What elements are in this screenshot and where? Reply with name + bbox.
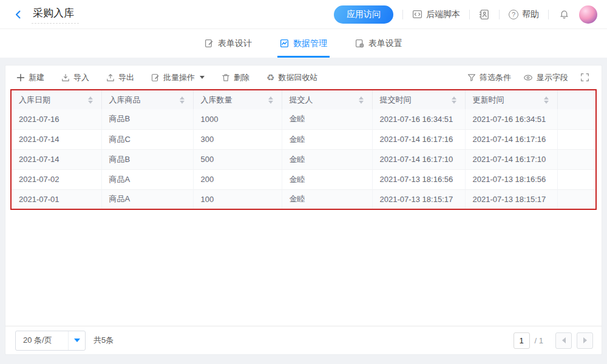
code-icon [412, 9, 422, 19]
table-cell-empty [557, 129, 596, 149]
filter-label: 筛选条件 [480, 72, 511, 83]
table-cell[interactable]: 金睦 [282, 169, 372, 189]
table-cell[interactable]: 2021-07-16 16:34:51 [465, 109, 557, 129]
table-cell[interactable]: 2021-07-13 18:15:17 [372, 189, 465, 209]
table-cell[interactable]: 2021-07-14 [11, 129, 101, 149]
sort-icon[interactable] [450, 95, 458, 105]
table-row[interactable]: 2021-07-02商品A200金睦2021-07-13 18:16:56202… [11, 169, 596, 189]
table-cell[interactable]: 300 [193, 129, 282, 149]
table-cell[interactable]: 商品B [101, 109, 193, 129]
table-cell-empty [557, 109, 596, 129]
table-cell[interactable]: 商品B [101, 149, 193, 169]
sort-icon[interactable] [267, 95, 274, 105]
total-pages: / 1 [535, 336, 543, 345]
form-settings-icon [355, 39, 364, 48]
table-cell[interactable]: 2021-07-14 16:17:10 [465, 149, 557, 169]
table-cell[interactable]: 2021-07-16 16:34:51 [372, 109, 465, 129]
table-cell[interactable]: 200 [193, 169, 282, 189]
notifications-button[interactable] [559, 9, 569, 19]
page-size-select[interactable]: 20 条/页 [15, 331, 86, 351]
table-row[interactable]: 2021-07-14商品B500金睦2021-07-14 16:17:10202… [11, 149, 596, 169]
divider [548, 10, 549, 19]
table-cell[interactable]: 商品C [101, 129, 193, 149]
data-table: 入库日期 入库商品 入库数量 提交人 提交时间 更新时间 2021-07-16商… [10, 89, 597, 210]
contacts-button[interactable] [479, 9, 490, 20]
plus-icon [16, 73, 25, 82]
import-button[interactable]: 导入 [61, 72, 89, 83]
export-button[interactable]: 导出 [106, 72, 134, 83]
table-cell[interactable]: 500 [193, 149, 282, 169]
pagination-bar: 20 条/页 共5条 1 / 1 [5, 326, 602, 354]
table-cell[interactable]: 2021-07-13 18:16:56 [465, 169, 557, 189]
recycle-bin-button[interactable]: ♻ 数据回收站 [266, 72, 317, 83]
table-cell[interactable]: 2021-07-13 18:16:56 [372, 169, 465, 189]
sort-icon[interactable] [358, 95, 365, 105]
app-access-button[interactable]: 应用访问 [334, 5, 393, 24]
page-title[interactable]: 采购入库 [32, 5, 79, 24]
table-row[interactable]: 2021-07-14商品C300金睦2021-07-14 16:17:16202… [11, 129, 596, 149]
table-cell[interactable]: 商品A [101, 189, 193, 209]
column-label: 入库数量 [201, 95, 232, 106]
question-icon: ? [509, 10, 518, 19]
column-label: 提交时间 [380, 95, 412, 106]
current-page-input[interactable]: 1 [514, 332, 530, 349]
table-row[interactable]: 2021-07-01商品A100金睦2021-07-13 18:15:17202… [11, 189, 596, 209]
chevron-right-icon [583, 337, 587, 343]
help-label: 帮助 [522, 9, 539, 20]
new-record-button[interactable]: 新建 [16, 72, 44, 83]
table-cell[interactable]: 2021-07-14 16:17:16 [465, 129, 557, 149]
chevron-down-icon [74, 339, 80, 342]
chevron-left-icon [13, 9, 24, 20]
table-cell[interactable]: 金睦 [282, 149, 372, 169]
table-cell[interactable]: 2021-07-14 [11, 149, 101, 169]
back-button[interactable] [11, 7, 25, 22]
delete-button[interactable]: 删除 [222, 72, 249, 83]
table-cell[interactable]: 100 [193, 189, 282, 209]
table-cell[interactable]: 2021-07-14 16:17:16 [372, 129, 465, 149]
column-header-inbound-date[interactable]: 入库日期 [11, 90, 101, 109]
tab-form-design[interactable]: 表单设计 [205, 29, 252, 58]
sort-icon[interactable] [87, 95, 94, 105]
display-fields-button[interactable]: 显示字段 [523, 72, 568, 83]
batch-operations-button[interactable]: 批量操作 [151, 72, 205, 83]
table-cell[interactable]: 2021-07-13 18:15:17 [465, 189, 557, 209]
trash-icon [222, 73, 230, 82]
column-header-submitter[interactable]: 提交人 [282, 90, 372, 109]
table-cell[interactable]: 1000 [193, 109, 282, 129]
user-avatar[interactable] [579, 5, 597, 24]
sort-icon[interactable] [543, 95, 550, 105]
column-label: 更新时间 [473, 95, 504, 106]
fields-label: 显示字段 [537, 72, 568, 83]
divider [402, 10, 403, 19]
column-header-update-time[interactable]: 更新时间 [465, 90, 557, 109]
funnel-icon [467, 73, 476, 82]
import-label: 导入 [73, 72, 89, 83]
backend-script-button[interactable]: 后端脚本 [412, 9, 460, 20]
tab-data-management[interactable]: 数据管理 [280, 29, 327, 58]
tab-form-settings[interactable]: 表单设置 [355, 29, 402, 58]
table-cell[interactable]: 2021-07-14 16:17:10 [372, 149, 465, 169]
table-row[interactable]: 2021-07-16商品B1000金睦2021-07-16 16:34:5120… [11, 109, 596, 129]
table-cell[interactable]: 金睦 [282, 109, 372, 129]
fullscreen-button[interactable] [580, 73, 589, 82]
chevron-left-icon [562, 337, 566, 343]
sort-icon[interactable] [178, 95, 186, 105]
select-caret [68, 331, 85, 350]
column-header-product[interactable]: 入库商品 [101, 90, 193, 109]
column-header-quantity[interactable]: 入库数量 [193, 90, 282, 109]
table-cell[interactable]: 2021-07-02 [11, 169, 101, 189]
column-header-submit-time[interactable]: 提交时间 [372, 90, 465, 109]
column-label: 入库日期 [19, 95, 50, 106]
table-cell[interactable]: 金睦 [282, 129, 372, 149]
table-cell[interactable]: 金睦 [282, 189, 372, 209]
table-cell[interactable]: 2021-07-16 [11, 109, 101, 129]
eye-icon [523, 73, 533, 83]
next-page-button[interactable] [577, 332, 593, 349]
toolbar: 新建 导入 导出 批量操作 删除 [5, 66, 602, 89]
filter-button[interactable]: 筛选条件 [467, 72, 511, 83]
table-cell[interactable]: 2021-07-01 [11, 189, 101, 209]
table-header-row: 入库日期 入库商品 入库数量 提交人 提交时间 更新时间 [11, 90, 596, 109]
help-button[interactable]: ? 帮助 [509, 9, 539, 20]
table-cell[interactable]: 商品A [101, 169, 193, 189]
prev-page-button[interactable] [555, 332, 572, 349]
